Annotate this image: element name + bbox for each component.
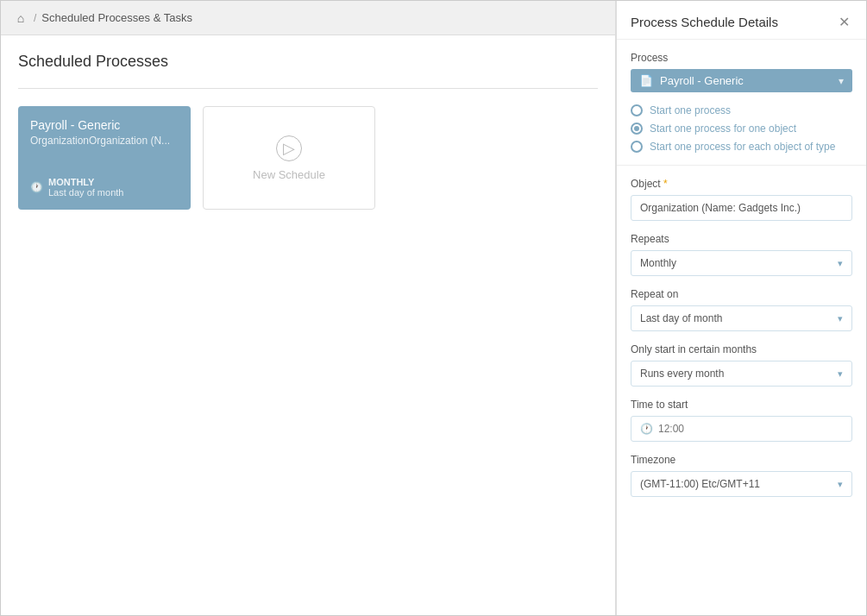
- process-select-button[interactable]: 📄 Payroll - Generic ▾: [631, 69, 852, 92]
- home-icon[interactable]: ⌂: [13, 10, 28, 26]
- inner-divider: [617, 165, 866, 166]
- radio-circle-2: [631, 123, 643, 135]
- timezone-select[interactable]: (GMT-11:00) Etc/GMT+11 ▾: [631, 471, 852, 497]
- repeats-select[interactable]: Monthly ▾: [631, 250, 852, 276]
- months-field: Only start in certain months Runs every …: [631, 343, 852, 387]
- right-panel: Process Schedule Details ✕ Process 📄 Pay…: [616, 1, 866, 615]
- card-footer-info: MONTHLY Last day of month: [48, 177, 123, 198]
- repeats-chevron-icon: ▾: [838, 258, 843, 269]
- radio-label-3: Start one process for each object of typ…: [650, 141, 835, 153]
- card-frequency: MONTHLY: [48, 177, 123, 187]
- repeats-field: Repeats Monthly ▾: [631, 233, 852, 276]
- time-clock-icon: 🕐: [640, 423, 653, 435]
- page-title-area: Scheduled Processes: [1, 35, 615, 79]
- repeats-label: Repeats: [631, 233, 852, 245]
- process-label: Process: [631, 52, 852, 64]
- object-label: Object *: [631, 178, 852, 190]
- new-schedule-icon: ▷: [276, 135, 302, 161]
- radio-circle-1: [631, 104, 643, 116]
- timezone-value: (GMT-11:00) Etc/GMT+11: [640, 478, 760, 490]
- radio-item-2[interactable]: Start one process for one object: [631, 123, 852, 135]
- radio-label-1: Start one process: [650, 104, 731, 116]
- clock-icon: 🕐: [30, 181, 43, 193]
- time-label: Time to start: [631, 399, 852, 411]
- timezone-chevron-icon: ▾: [838, 479, 843, 490]
- time-field: Time to start 🕐: [631, 399, 852, 442]
- breadcrumb-bar: ⌂ / Scheduled Processes & Tasks: [1, 1, 615, 35]
- panel-body: Process 📄 Payroll - Generic ▾ Start one …: [617, 40, 866, 509]
- new-schedule-label: New Schedule: [253, 168, 325, 181]
- radio-circle-3: [631, 141, 643, 153]
- card-title: Payroll - Generic: [30, 118, 179, 132]
- panel-title: Process Schedule Details: [631, 15, 778, 29]
- page-title: Scheduled Processes: [18, 53, 598, 71]
- required-marker: *: [663, 178, 668, 190]
- repeat-on-label: Repeat on: [631, 288, 852, 300]
- object-field: Object *: [631, 178, 852, 221]
- panel-header: Process Schedule Details ✕: [617, 1, 866, 40]
- time-input-wrapper: 🕐: [631, 416, 852, 442]
- repeat-on-value: Last day of month: [640, 312, 722, 324]
- process-chevron-icon: ▾: [839, 75, 844, 87]
- card-header: Payroll - Generic OrganizationOrganizati…: [30, 118, 179, 147]
- schedules-container: Payroll - Generic OrganizationOrganizati…: [1, 97, 615, 218]
- new-schedule-card[interactable]: ▷ New Schedule: [203, 106, 375, 210]
- process-section: Process 📄 Payroll - Generic ▾: [631, 52, 852, 92]
- timezone-field: Timezone (GMT-11:00) Etc/GMT+11 ▾: [631, 454, 852, 497]
- radio-item-3[interactable]: Start one process for each object of typ…: [631, 141, 852, 153]
- left-panel: ⌂ / Scheduled Processes & Tasks Schedule…: [1, 1, 616, 615]
- time-input[interactable]: [658, 423, 843, 435]
- process-file-icon: 📄: [639, 74, 653, 87]
- section-divider: [18, 88, 598, 89]
- repeats-value: Monthly: [640, 257, 676, 269]
- radio-label-2: Start one process for one object: [650, 123, 796, 135]
- radio-item-1[interactable]: Start one process: [631, 104, 852, 116]
- close-button[interactable]: ✕: [835, 13, 852, 30]
- radio-group: Start one process Start one process for …: [631, 104, 852, 153]
- repeat-on-select[interactable]: Last day of month ▾: [631, 305, 852, 331]
- repeat-on-chevron-icon: ▾: [838, 313, 843, 324]
- object-input[interactable]: [631, 195, 852, 221]
- schedule-card-active[interactable]: Payroll - Generic OrganizationOrganizati…: [18, 106, 191, 210]
- timezone-label: Timezone: [631, 454, 852, 466]
- months-chevron-icon: ▾: [838, 368, 843, 380]
- months-select[interactable]: Runs every month ▾: [631, 361, 852, 387]
- breadcrumb-separator: /: [34, 12, 36, 24]
- main-container: ⌂ / Scheduled Processes & Tasks Schedule…: [0, 0, 867, 616]
- card-footer: 🕐 MONTHLY Last day of month: [30, 177, 179, 198]
- process-name: Payroll - Generic: [660, 74, 832, 87]
- card-day: Last day of month: [48, 187, 123, 198]
- months-label: Only start in certain months: [631, 343, 852, 355]
- months-value: Runs every month: [640, 368, 724, 380]
- repeat-on-field: Repeat on Last day of month ▾: [631, 288, 852, 331]
- breadcrumb-path: Scheduled Processes & Tasks: [41, 11, 192, 24]
- card-subtitle: OrganizationOrganization (N...: [30, 135, 179, 147]
